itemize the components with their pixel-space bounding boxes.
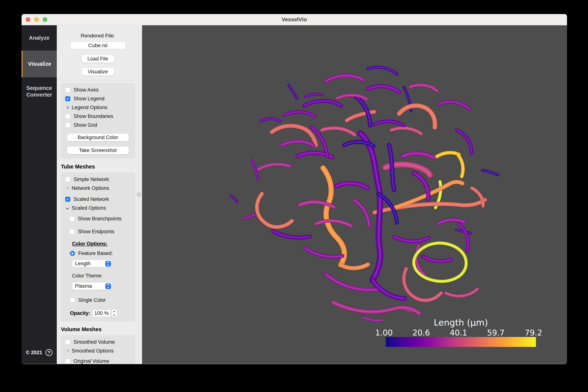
single-color-row[interactable]: Single Color xyxy=(70,297,135,303)
load-file-button[interactable]: Load File xyxy=(82,55,114,63)
app-window: VesselVio Analyze Visualize Sequence Con… xyxy=(22,14,567,364)
show-branchpoints-label: Show Branchpoints xyxy=(78,216,122,222)
feature-based-radio[interactable] xyxy=(70,251,75,256)
simple-network-checkbox[interactable] xyxy=(65,177,70,182)
legend-options-row[interactable]: Legend Options xyxy=(65,105,135,110)
chevron-right-icon[interactable] xyxy=(66,106,69,109)
scaled-network-row[interactable]: Scaled Network xyxy=(65,196,135,202)
legend-tick: 40.1 xyxy=(450,328,467,337)
smoothed-volume-row[interactable]: Smoothed Volume xyxy=(65,339,135,345)
legend-options-label: Legend Options xyxy=(72,105,108,110)
network-options-row[interactable]: Network Options xyxy=(65,185,135,191)
smoothed-options-label: Smoothed Options xyxy=(72,348,114,354)
show-boundaries-row[interactable]: Show Boundaries xyxy=(65,114,135,119)
show-legend-checkbox[interactable] xyxy=(65,96,70,101)
opacity-row: Opacity: 100 % xyxy=(65,310,135,317)
divider xyxy=(59,80,136,80)
opacity-field[interactable]: 100 % xyxy=(93,310,111,317)
copyright-text: © 2021 xyxy=(26,350,42,356)
legend-title: Length (μm) xyxy=(386,317,536,328)
chevron-right-icon[interactable] xyxy=(66,350,69,352)
scaled-network-checkbox[interactable] xyxy=(65,197,70,202)
tube-meshes-group: Simple Network Network Options Scaled Ne… xyxy=(61,172,135,322)
background-color-button[interactable]: Background Color xyxy=(67,134,129,141)
show-boundaries-label: Show Boundaries xyxy=(74,114,113,119)
original-volume-label: Original Volume xyxy=(74,358,109,364)
simple-network-row[interactable]: Simple Network xyxy=(65,176,135,182)
show-grid-row[interactable]: Show Grid xyxy=(65,122,135,128)
show-legend-label: Show Legend xyxy=(74,96,105,102)
select-updown-icon xyxy=(105,283,111,289)
volume-meshes-heading: Volume Meshes xyxy=(61,326,139,332)
vessel-render xyxy=(142,25,567,364)
show-legend-row[interactable]: Show Legend xyxy=(65,96,135,102)
color-theme-label: Color Theme: xyxy=(72,273,135,279)
tab-analyze[interactable]: Analyze xyxy=(22,25,57,50)
opacity-stepper[interactable] xyxy=(112,310,117,317)
feature-based-label: Feature Based: xyxy=(78,250,113,256)
show-boundaries-checkbox[interactable] xyxy=(65,114,70,119)
control-panel: Rendered File: Cube.nii Load File Visual… xyxy=(57,25,142,364)
rendered-file-label: Rendered File: xyxy=(57,33,139,39)
scaled-options-row[interactable]: Scaled Options xyxy=(65,205,135,211)
single-color-radio[interactable] xyxy=(70,298,75,303)
show-endpoints-row[interactable]: Show Endpoints xyxy=(70,229,135,234)
theme-select[interactable]: Plasma xyxy=(72,282,112,290)
chevron-down-icon[interactable] xyxy=(66,207,69,210)
show-grid-label: Show Grid xyxy=(74,122,97,128)
opacity-label: Opacity: xyxy=(70,310,90,316)
show-axes-checkbox[interactable] xyxy=(65,88,70,92)
tab-visualize[interactable]: Visualize xyxy=(22,50,57,77)
splitter-handle[interactable] xyxy=(136,192,141,197)
show-axes-row[interactable]: Show Axes xyxy=(65,87,135,93)
smoothed-volume-checkbox[interactable] xyxy=(65,340,70,345)
original-volume-checkbox[interactable] xyxy=(65,359,70,364)
scaled-options-label: Scaled Options xyxy=(72,205,106,211)
legend-tick: 59.7 xyxy=(487,328,505,337)
stepper-down-icon[interactable] xyxy=(113,314,115,316)
color-options-heading: Color Options: xyxy=(72,241,135,247)
feature-based-row[interactable]: Feature Based: xyxy=(70,250,135,256)
show-grid-checkbox[interactable] xyxy=(65,122,70,128)
legend-tick: 1.00 xyxy=(375,328,393,337)
smoothed-options-row[interactable]: Smoothed Options xyxy=(65,348,135,354)
help-icon[interactable]: ? xyxy=(46,349,53,356)
network-options-label: Network Options xyxy=(72,185,109,191)
panel-splitter[interactable] xyxy=(139,25,142,364)
show-axes-label: Show Axes xyxy=(74,87,99,93)
feature-select[interactable]: Length xyxy=(72,260,112,267)
rendered-file-field[interactable]: Cube.nii xyxy=(70,42,126,49)
window-title: VesselVio xyxy=(282,16,307,23)
render-viewport[interactable]: Length (μm) 1.00 20.6 40.1 59.7 79.2 xyxy=(142,25,567,364)
feature-select-value: Length xyxy=(75,261,91,266)
select-updown-icon xyxy=(105,261,111,266)
show-endpoints-label: Show Endpoints xyxy=(78,229,115,234)
legend-tick: 79.2 xyxy=(525,328,542,337)
legend-tick: 20.6 xyxy=(412,328,430,337)
tab-sequence-converter[interactable]: Sequence Converter xyxy=(22,77,57,106)
zoom-window-icon[interactable] xyxy=(43,17,47,22)
visualize-button[interactable]: Visualize xyxy=(82,68,114,76)
traffic-lights xyxy=(26,14,47,25)
display-options-group: Show Axes Show Legend Legend Options Sho… xyxy=(61,83,135,159)
close-window-icon[interactable] xyxy=(26,17,30,22)
show-branchpoints-row[interactable]: Show Branchpoints xyxy=(70,216,135,222)
show-branchpoints-checkbox[interactable] xyxy=(70,216,75,221)
original-volume-row[interactable]: Original Volume xyxy=(65,358,135,364)
smoothed-volume-label: Smoothed Volume xyxy=(74,339,115,345)
chevron-right-icon[interactable] xyxy=(66,187,69,190)
take-screenshot-button[interactable]: Take Screenshot xyxy=(67,146,129,154)
simple-network-label: Simple Network xyxy=(74,176,109,182)
theme-select-value: Plasma xyxy=(75,283,92,289)
stepper-up-icon[interactable] xyxy=(113,311,115,313)
tube-meshes-heading: Tube Meshes xyxy=(61,164,139,170)
minimize-window-icon[interactable] xyxy=(34,17,39,22)
title-bar: VesselVio xyxy=(22,14,567,25)
legend-colorbar xyxy=(386,337,536,347)
sidebar: Analyze Visualize Sequence Converter © 2… xyxy=(22,25,57,364)
volume-meshes-group: Smoothed Volume Smoothed Options Origina… xyxy=(61,335,135,364)
single-color-label: Single Color xyxy=(78,297,106,303)
scaled-network-label: Scaled Network xyxy=(74,196,109,202)
show-endpoints-checkbox[interactable] xyxy=(70,229,75,234)
